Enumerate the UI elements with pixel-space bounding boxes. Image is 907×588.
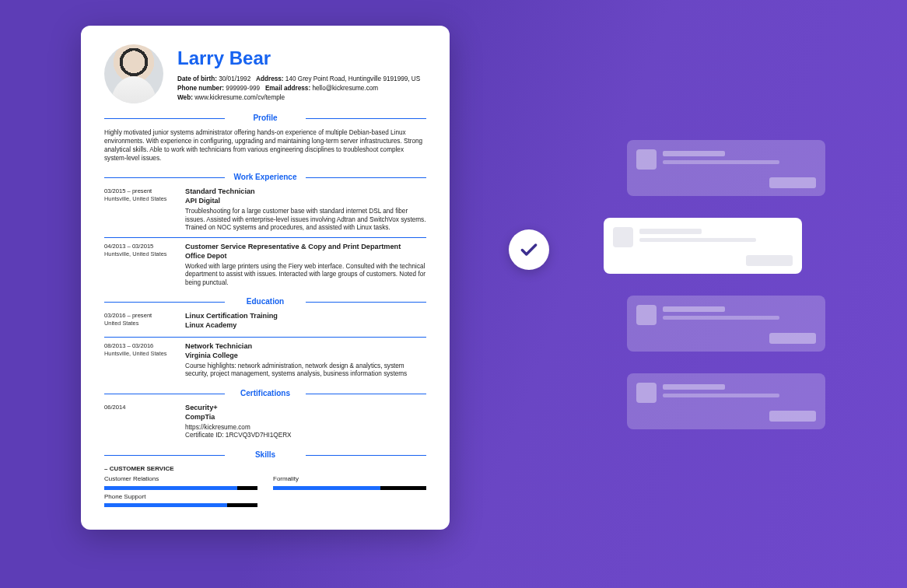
entry-dates: 08/2013 – 03/2016 (104, 342, 176, 350)
skill-label: Formality (273, 475, 426, 483)
candidate-cards-list (627, 140, 825, 429)
skill-item: Customer Relations (104, 475, 257, 489)
entry-desc: Course highlights: network administratio… (185, 362, 426, 379)
entry-location: United States (104, 320, 176, 327)
section-education: Education (104, 296, 426, 306)
entry-company: Linux Academy (185, 321, 426, 331)
section-skills: Skills (104, 450, 426, 460)
entry-desc: Worked with large printers using the Fie… (185, 263, 426, 288)
skill-bar (273, 486, 426, 490)
profile-text: Highly motivated junior systems administ… (104, 128, 426, 163)
candidate-card[interactable] (627, 140, 825, 196)
entry-desc: Troubleshooting for a large customer bas… (185, 208, 426, 233)
entry-extra: Certificate ID: 1RCVQ3VD7HI1QERX (185, 432, 426, 440)
entry-row: 03/2015 – presentHuntsville, United Stat… (104, 187, 426, 233)
entry-dates: 03/2015 – present (104, 187, 176, 195)
entry-dates: 03/2016 – present (104, 312, 176, 320)
skill-label: Customer Relations (104, 475, 257, 483)
entry-title: Security+ (185, 404, 426, 413)
entry-row: 03/2016 – presentUnited StatesLinux Cert… (104, 312, 426, 332)
entry-company: Virginia College (185, 352, 426, 361)
skill-bar (104, 503, 257, 507)
entry-company: API Digital (185, 197, 426, 206)
entry-title: Linux Certification Training (185, 312, 426, 321)
entry-desc: https://kickresume.com (185, 424, 426, 432)
profile-photo (104, 44, 163, 103)
entry-location: Huntsville, United States (104, 195, 176, 203)
entry-company: CompTia (185, 413, 426, 422)
skill-label: Phone Support (104, 493, 257, 501)
entry-location: Huntsville, United States (104, 250, 176, 258)
skill-bar (104, 486, 257, 490)
skills-category: – CUSTOMER SERVICE (104, 465, 426, 473)
candidate-name: Larry Bear (177, 46, 426, 70)
entry-row: 06/2014Security+CompTiahttps://kickresum… (104, 404, 426, 440)
section-certs: Certifications (104, 388, 426, 398)
entry-dates: 04/2013 – 03/2015 (104, 243, 176, 250)
skill-item: Formality (273, 475, 426, 489)
entry-title: Customer Service Representative & Copy a… (185, 243, 426, 252)
entry-row: 04/2013 – 03/2015Huntsville, United Stat… (104, 243, 426, 288)
entry-title: Standard Technician (185, 187, 426, 197)
section-profile: Profile (104, 113, 426, 123)
resume-document: Larry Bear Date of birth: 30/01/1992 Add… (81, 26, 450, 530)
contact-info: Date of birth: 30/01/1992 Address: 140 G… (177, 75, 426, 103)
section-work: Work Experience (104, 172, 426, 182)
entry-location: Huntsville, United States (104, 350, 176, 358)
candidate-card[interactable] (627, 296, 825, 352)
skill-item: Phone Support (104, 493, 257, 507)
candidate-card[interactable] (627, 373, 825, 429)
entry-dates: 06/2014 (104, 404, 176, 411)
candidate-card-selected[interactable] (604, 218, 802, 274)
selection-check-badge (509, 229, 549, 270)
entry-title: Network Technician (185, 342, 426, 352)
entry-row: 08/2013 – 03/2016Huntsville, United Stat… (104, 342, 426, 379)
check-icon (519, 240, 539, 260)
entry-company: Office Depot (185, 252, 426, 261)
